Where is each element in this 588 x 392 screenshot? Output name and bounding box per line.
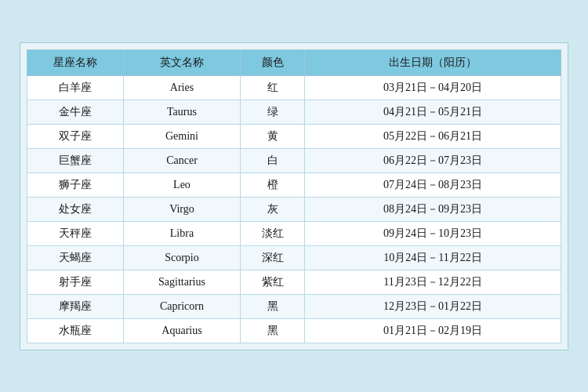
cell-english-name: Scorpio (123, 245, 241, 270)
cell-date: 06月22日－07月23日 (305, 148, 561, 172)
cell-date: 08月24日－09月23日 (305, 197, 561, 221)
table-row: 天蝎座Scorpio深红10月24日－11月22日 (27, 245, 561, 270)
table-row: 金牛座Taurus绿04月21日－05月21日 (27, 100, 561, 124)
table-row: 双子座Gemini黄05月22日－06月21日 (27, 124, 561, 148)
cell-color: 黑 (241, 318, 305, 343)
cell-english-name: Capricorn (123, 294, 241, 318)
cell-english-name: Virgo (123, 197, 241, 221)
cell-color: 白 (241, 148, 305, 172)
cell-color: 绿 (241, 100, 305, 124)
cell-color: 橙 (241, 172, 305, 197)
zodiac-table: 星座名称 英文名称 颜色 出生日期（阳历） 白羊座Aries红03月21日－04… (27, 49, 561, 343)
cell-chinese-name: 双子座 (27, 124, 124, 148)
table-row: 射手座Sagittarius紫红11月23日－12月22日 (27, 270, 561, 294)
cell-color: 红 (241, 75, 305, 100)
cell-english-name: Sagittarius (123, 270, 241, 294)
cell-chinese-name: 射手座 (27, 270, 124, 294)
cell-chinese-name: 天秤座 (27, 221, 124, 245)
cell-chinese-name: 白羊座 (27, 75, 124, 100)
cell-english-name: Aries (123, 75, 241, 100)
cell-date: 10月24日－11月22日 (305, 245, 561, 270)
cell-date: 09月24日－10月23日 (305, 221, 561, 245)
cell-chinese-name: 摩羯座 (27, 294, 124, 318)
cell-color: 黄 (241, 124, 305, 148)
cell-color: 紫红 (241, 270, 305, 294)
cell-english-name: Cancer (123, 148, 241, 172)
header-chinese-name: 星座名称 (27, 49, 124, 75)
cell-date: 07月24日－08月23日 (305, 172, 561, 197)
cell-color: 淡红 (241, 221, 305, 245)
cell-color: 灰 (241, 197, 305, 221)
header-english-name: 英文名称 (123, 49, 241, 75)
cell-chinese-name: 金牛座 (27, 100, 124, 124)
zodiac-table-container: 星座名称 英文名称 颜色 出生日期（阳历） 白羊座Aries红03月21日－04… (20, 42, 568, 350)
cell-english-name: Aquarius (123, 318, 241, 343)
cell-chinese-name: 水瓶座 (27, 318, 124, 343)
table-header-row: 星座名称 英文名称 颜色 出生日期（阳历） (27, 49, 561, 75)
table-row: 摩羯座Capricorn黑12月23日－01月22日 (27, 294, 561, 318)
cell-date: 04月21日－05月21日 (305, 100, 561, 124)
table-row: 水瓶座Aquarius黑01月21日－02月19日 (27, 318, 561, 343)
cell-date: 11月23日－12月22日 (305, 270, 561, 294)
cell-chinese-name: 天蝎座 (27, 245, 124, 270)
cell-english-name: Taurus (123, 100, 241, 124)
header-date: 出生日期（阳历） (305, 49, 561, 75)
cell-date: 03月21日－04月20日 (305, 75, 561, 100)
table-row: 处女座Virgo灰08月24日－09月23日 (27, 197, 561, 221)
table-row: 天秤座Libra淡红09月24日－10月23日 (27, 221, 561, 245)
cell-date: 12月23日－01月22日 (305, 294, 561, 318)
cell-english-name: Libra (123, 221, 241, 245)
cell-color: 黑 (241, 294, 305, 318)
table-row: 白羊座Aries红03月21日－04月20日 (27, 75, 561, 100)
header-color: 颜色 (241, 49, 305, 75)
cell-color: 深红 (241, 245, 305, 270)
cell-chinese-name: 巨蟹座 (27, 148, 124, 172)
table-row: 狮子座Leo橙07月24日－08月23日 (27, 172, 561, 197)
cell-date: 05月22日－06月21日 (305, 124, 561, 148)
cell-date: 01月21日－02月19日 (305, 318, 561, 343)
cell-chinese-name: 处女座 (27, 197, 124, 221)
cell-english-name: Gemini (123, 124, 241, 148)
table-row: 巨蟹座Cancer白06月22日－07月23日 (27, 148, 561, 172)
cell-chinese-name: 狮子座 (27, 172, 124, 197)
cell-english-name: Leo (123, 172, 241, 197)
